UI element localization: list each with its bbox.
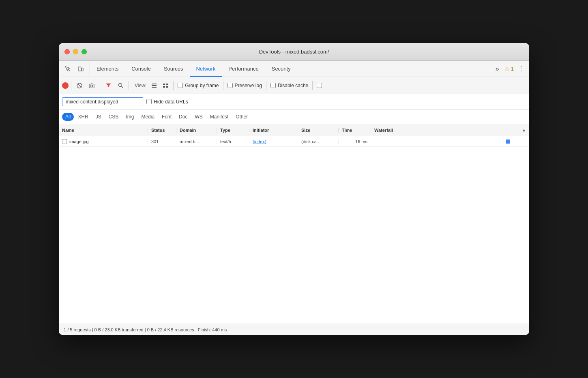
cell-domain: mixed.b... <box>176 139 217 144</box>
svg-rect-1 <box>78 67 81 71</box>
svg-line-4 <box>78 84 81 87</box>
minimize-button[interactable] <box>73 49 78 54</box>
filter-button[interactable] <box>103 80 114 91</box>
tab-bar-tools <box>59 61 90 77</box>
svg-rect-2 <box>82 68 83 71</box>
cell-time: 16 ms <box>339 139 371 144</box>
svg-rect-14 <box>163 86 165 88</box>
filter-css[interactable]: CSS <box>105 113 122 121</box>
disable-cache-checkbox[interactable] <box>270 83 276 88</box>
divider-7 <box>312 81 313 90</box>
cell-type: text/h... <box>217 139 249 144</box>
svg-rect-5 <box>89 84 94 88</box>
filter-manifest[interactable]: Manifest <box>207 113 232 121</box>
tab-bar-right: » ⚠ 1 ⋮ <box>489 61 529 77</box>
svg-rect-10 <box>152 85 157 86</box>
warning-count: 1 <box>511 66 514 72</box>
tab-security[interactable]: Security <box>265 61 297 77</box>
tab-network[interactable]: Network <box>190 61 222 77</box>
initiator-link[interactable]: (index) <box>253 139 266 144</box>
table-row[interactable]: image.jpg 301 mixed.b... text/h... (inde… <box>59 136 529 147</box>
preserve-log-text: Preserve log <box>235 83 262 88</box>
divider-4 <box>173 81 174 90</box>
svg-rect-15 <box>166 86 168 88</box>
status-bar: 1 / 5 requests | 0 B / 23.0 KB transferr… <box>59 324 529 335</box>
divider-3 <box>129 81 129 90</box>
filter-xhr[interactable]: XHR <box>75 113 91 121</box>
maximize-button[interactable] <box>82 49 87 54</box>
svg-line-8 <box>121 86 123 88</box>
tab-elements[interactable]: Elements <box>90 61 125 77</box>
inspect-icon[interactable] <box>62 63 73 75</box>
extra-option-label[interactable] <box>317 83 322 88</box>
waterfall-bar <box>506 140 511 144</box>
filter-ws[interactable]: WS <box>191 113 206 121</box>
col-header-type[interactable]: Type <box>217 128 249 133</box>
filter-bar: Hide data URLs <box>59 94 529 110</box>
devtools-window: DevTools - mixed.badssl.com/ Elements Co… <box>59 43 529 335</box>
col-header-waterfall[interactable]: Waterfall ▲ <box>371 128 529 133</box>
preserve-log-label[interactable]: Preserve log <box>227 83 262 88</box>
traffic-lights <box>64 49 87 54</box>
col-header-initiator[interactable]: Initiator <box>249 128 298 133</box>
view-label: View: <box>135 83 146 88</box>
filter-doc[interactable]: Doc <box>176 113 191 121</box>
group-by-frame-checkbox[interactable] <box>178 83 183 88</box>
filter-other[interactable]: Other <box>232 113 251 121</box>
tab-performance[interactable]: Performance <box>222 61 265 77</box>
svg-rect-13 <box>166 84 168 85</box>
disable-cache-text: Disable cache <box>278 83 308 88</box>
table-header: Name Status Domain Type Initiator Size T… <box>59 124 529 136</box>
devtools-menu-button[interactable]: ⋮ <box>516 64 526 74</box>
preserve-log-checkbox[interactable] <box>227 83 233 88</box>
search-button[interactable] <box>115 80 126 91</box>
close-button[interactable] <box>64 49 70 54</box>
hide-data-urls-label[interactable]: Hide data URLs <box>146 99 188 105</box>
hide-data-urls-text: Hide data URLs <box>154 99 188 105</box>
group-by-frame-label[interactable]: Group by frame <box>178 83 219 88</box>
svg-rect-9 <box>152 84 157 84</box>
clear-button[interactable] <box>74 80 85 91</box>
divider-5 <box>223 81 223 90</box>
tab-bar: Elements Console Sources Network Perform… <box>59 61 529 77</box>
filter-font[interactable]: Font <box>159 113 175 121</box>
warning-icon: ⚠ <box>504 66 510 72</box>
status-text: 1 / 5 requests | 0 B / 23.0 KB transferr… <box>64 327 227 332</box>
cell-size: (disk ca... <box>298 139 339 144</box>
filter-media[interactable]: Media <box>138 113 158 121</box>
tab-nav: Elements Console Sources Network Perform… <box>90 61 489 77</box>
cell-initiator: (index) <box>249 139 298 144</box>
window-title: DevTools - mixed.badssl.com/ <box>259 49 329 55</box>
filter-img[interactable]: Img <box>122 113 137 121</box>
divider-6 <box>266 81 266 90</box>
view-list-button[interactable] <box>149 81 159 90</box>
svg-rect-12 <box>163 84 165 85</box>
disable-cache-label[interactable]: Disable cache <box>270 83 308 88</box>
extra-option-checkbox[interactable] <box>317 83 322 88</box>
filter-js[interactable]: JS <box>92 113 105 121</box>
view-compact-button[interactable] <box>160 81 171 90</box>
row-checkbox <box>62 139 67 144</box>
tab-sources[interactable]: Sources <box>157 61 190 77</box>
table-body: image.jpg 301 mixed.b... text/h... (inde… <box>59 136 529 324</box>
col-header-status[interactable]: Status <box>148 128 176 133</box>
device-toggle-icon[interactable] <box>75 63 86 75</box>
filter-input[interactable] <box>62 97 143 106</box>
col-header-size[interactable]: Size <box>298 128 339 133</box>
col-header-name[interactable]: Name <box>59 128 148 133</box>
svg-rect-11 <box>152 87 157 88</box>
type-filter-bar: All XHR JS CSS Img Media Font Doc WS Man… <box>59 110 529 124</box>
svg-point-6 <box>91 85 93 87</box>
hide-data-urls-checkbox[interactable] <box>146 99 152 104</box>
more-tabs-button[interactable]: » <box>492 64 502 74</box>
record-button[interactable] <box>62 82 69 89</box>
cell-name: image.jpg <box>59 139 148 144</box>
camera-button[interactable] <box>86 80 97 91</box>
svg-line-0 <box>68 69 70 71</box>
cell-waterfall <box>371 136 529 146</box>
col-header-domain[interactable]: Domain <box>176 128 217 133</box>
tab-console[interactable]: Console <box>125 61 157 77</box>
col-header-time[interactable]: Time <box>339 128 371 133</box>
warning-badge[interactable]: ⚠ 1 <box>504 66 514 72</box>
filter-all[interactable]: All <box>62 113 74 121</box>
